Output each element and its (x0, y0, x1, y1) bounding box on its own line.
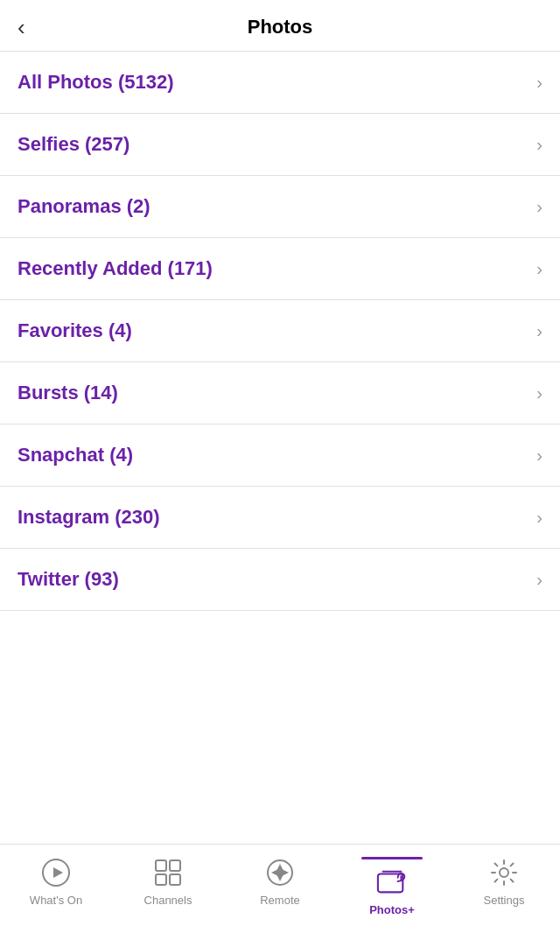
chevron-right-icon: › (536, 135, 542, 155)
list-item[interactable]: Bursts (14)› (0, 362, 560, 424)
chevron-right-icon: › (536, 197, 542, 217)
svg-point-14 (500, 868, 508, 877)
chevron-right-icon: › (536, 508, 542, 528)
settings-icon (488, 857, 520, 888)
tab-whats-on-label: What's On (30, 894, 82, 907)
list-item-label: All Photos (5132) (18, 71, 173, 94)
list-item-label: Favorites (4) (18, 319, 132, 342)
tab-whats-on[interactable]: What's On (21, 857, 91, 907)
svg-rect-2 (156, 860, 166, 871)
list-item[interactable]: Snapchat (4)› (0, 424, 560, 487)
photos-plus-icon (376, 866, 408, 898)
list-item-label: Twitter (93) (18, 568, 119, 591)
list-item[interactable]: Selfies (257)› (0, 114, 560, 176)
chevron-right-icon: › (536, 73, 542, 93)
tab-settings[interactable]: Settings (469, 857, 539, 907)
tab-remote-label: Remote (260, 894, 300, 907)
svg-rect-5 (170, 874, 180, 885)
svg-marker-1 (53, 867, 63, 878)
back-button[interactable]: ‹ (18, 14, 25, 41)
channels-icon (152, 857, 184, 888)
tab-channels[interactable]: Channels (133, 857, 203, 907)
list-item-label: Recently Added (171) (18, 257, 213, 280)
chevron-right-icon: › (536, 259, 542, 279)
list-item-label: Panoramas (2) (18, 195, 150, 218)
tab-settings-label: Settings (484, 894, 525, 907)
chevron-right-icon: › (536, 321, 542, 341)
svg-marker-10 (282, 869, 289, 876)
list-item[interactable]: Twitter (93)› (0, 549, 560, 611)
tab-channels-label: Channels (144, 894, 192, 907)
photo-categories-list: All Photos (5132)›Selfies (257)›Panorama… (0, 51, 560, 611)
svg-point-11 (277, 870, 283, 875)
chevron-right-icon: › (536, 445, 542, 466)
tab-photos-plus-label: Photos+ (369, 903, 415, 916)
list-item-label: Instagram (230) (18, 506, 160, 529)
svg-rect-4 (156, 874, 166, 885)
list-item[interactable]: Panoramas (2)› (0, 176, 560, 238)
list-item-label: Selfies (257) (18, 133, 130, 156)
tab-bar: What's On Channels Remote (0, 844, 560, 947)
list-item[interactable]: Instagram (230)› (0, 487, 560, 549)
svg-rect-3 (170, 860, 180, 871)
tab-remote[interactable]: Remote (245, 857, 315, 907)
svg-rect-12 (378, 874, 402, 893)
tab-photos-plus[interactable]: Photos+ (357, 857, 427, 916)
svg-marker-9 (271, 869, 278, 876)
list-item[interactable]: Favorites (4)› (0, 300, 560, 362)
list-item[interactable]: All Photos (5132)› (0, 52, 560, 114)
remote-icon (264, 857, 296, 888)
header: ‹ Photos (0, 0, 560, 51)
list-item-label: Bursts (14) (18, 382, 118, 404)
list-item[interactable]: Recently Added (171)› (0, 238, 560, 300)
active-indicator (361, 857, 423, 859)
list-item-label: Snapchat (4) (18, 444, 133, 466)
chevron-right-icon: › (536, 383, 542, 403)
play-icon (40, 857, 72, 888)
page-title: Photos (248, 16, 313, 39)
chevron-right-icon: › (536, 570, 542, 590)
